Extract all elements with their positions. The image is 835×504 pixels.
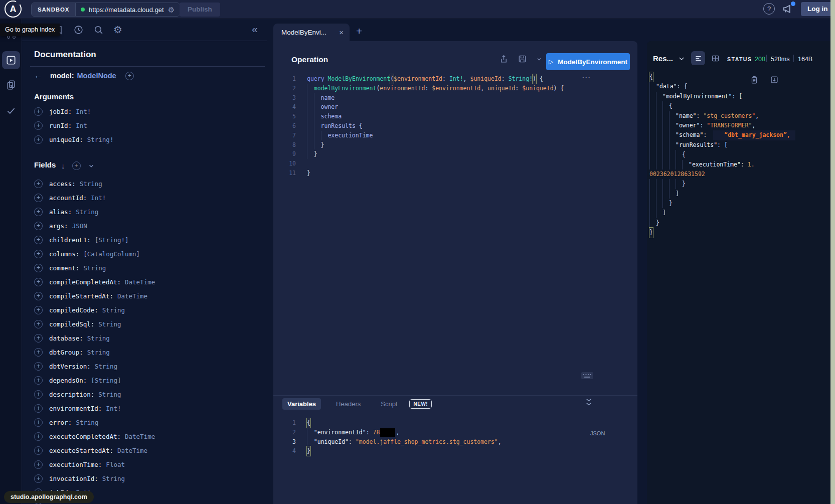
operation-tab[interactable]: ModelByEnvi... ×: [273, 24, 350, 41]
field-type-link[interactable]: Int!: [106, 405, 121, 412]
checklist-nav-item[interactable]: [6, 105, 17, 116]
back-arrow-icon[interactable]: ←: [34, 71, 45, 80]
field-type-link[interactable]: String: [80, 180, 102, 188]
explorer-nav-item[interactable]: [2, 51, 20, 69]
help-icon[interactable]: ?: [763, 3, 775, 15]
field-type-link[interactable]: String: [76, 208, 98, 216]
field-type-link[interactable]: Float: [106, 461, 125, 468]
add-to-operation-icon[interactable]: +: [34, 107, 43, 116]
add-to-operation-icon[interactable]: +: [34, 292, 43, 300]
publish-button[interactable]: Publish: [180, 3, 220, 17]
variables-editor[interactable]: 1{2"environmentId": 78,3"uniqueId": "mod…: [278, 418, 629, 456]
save-dropdown-chevron-icon[interactable]: [536, 56, 542, 62]
tab-headers[interactable]: Headers: [331, 398, 366, 410]
graph-endpoint-control[interactable]: SANDBOX https://metadata.cloud.get ⚙: [31, 3, 180, 17]
field-type-link[interactable]: Int: [76, 122, 87, 129]
add-to-operation-icon[interactable]: +: [34, 432, 43, 441]
add-to-operation-icon[interactable]: +: [34, 208, 43, 216]
field-type-link[interactable]: [CatalogColumn]: [83, 250, 140, 258]
field-type-link[interactable]: JSON: [72, 222, 87, 230]
announcements-megaphone-icon[interactable]: [781, 3, 794, 16]
download-response-icon[interactable]: [770, 75, 779, 84]
code-token: modelByEnvironment: [314, 84, 377, 93]
field-type-link[interactable]: String: [98, 320, 121, 328]
field-type-link[interactable]: DateTime: [117, 292, 147, 300]
add-to-operation-icon[interactable]: +: [34, 376, 43, 385]
add-to-operation-icon[interactable]: +: [34, 222, 43, 230]
field-type-link[interactable]: String: [87, 334, 110, 342]
code-line: "schema": “dbt_mary_jackson”,: [649, 130, 826, 140]
field-type-link[interactable]: [String!]: [95, 236, 129, 244]
field-type-link[interactable]: DateTime: [125, 433, 155, 440]
keyboard-shortcuts-icon[interactable]: [581, 371, 594, 380]
add-to-operation-icon[interactable]: +: [34, 180, 43, 188]
field-type-link[interactable]: String: [102, 306, 125, 314]
field-type-link[interactable]: String: [76, 419, 98, 426]
add-to-operation-icon[interactable]: +: [34, 446, 43, 455]
add-all-fields-icon[interactable]: +: [72, 161, 81, 170]
add-model-icon[interactable]: +: [125, 72, 134, 80]
code-line: {: [649, 72, 826, 82]
endpoint-url-segment[interactable]: https://metadata.cloud.get ⚙: [76, 3, 180, 16]
endpoint-settings-gear-icon[interactable]: ⚙: [168, 6, 175, 14]
add-to-operation-icon[interactable]: +: [34, 306, 43, 314]
indent-guide: [307, 102, 314, 112]
add-to-operation-icon[interactable]: +: [34, 194, 43, 202]
field-type-link[interactable]: [String]: [91, 377, 121, 384]
add-to-operation-icon[interactable]: +: [34, 390, 43, 399]
add-to-operation-icon[interactable]: +: [34, 278, 43, 286]
apollo-logo-icon[interactable]: A: [5, 1, 22, 18]
field-type-link[interactable]: Int!: [91, 194, 106, 202]
collapse-variables-icon[interactable]: [585, 398, 592, 406]
add-to-operation-icon[interactable]: +: [34, 460, 43, 469]
new-tab-icon[interactable]: +: [356, 25, 362, 37]
field-type-link[interactable]: String: [87, 349, 110, 356]
add-to-operation-icon[interactable]: +: [34, 348, 43, 357]
raw-view-button[interactable]: [691, 51, 705, 65]
response-dropdown-chevron-icon[interactable]: [678, 56, 685, 61]
add-to-operation-icon[interactable]: +: [34, 404, 43, 413]
table-view-button[interactable]: [708, 51, 722, 65]
copy-response-icon[interactable]: [750, 75, 759, 84]
response-json-viewer[interactable]: {"data": {"modelByEnvironment": [{"name"…: [649, 72, 826, 238]
doc-type-link[interactable]: ModelNode: [77, 72, 116, 80]
add-to-operation-icon[interactable]: +: [34, 121, 43, 130]
chevron-down-icon[interactable]: [88, 162, 95, 170]
code-line: "executionTime": 1.: [649, 160, 826, 170]
field-type-link[interactable]: String: [98, 391, 121, 398]
save-operation-icon[interactable]: [518, 54, 527, 64]
add-to-operation-icon[interactable]: +: [34, 135, 43, 144]
tab-script[interactable]: Script: [376, 398, 402, 410]
field-type-link[interactable]: String!: [87, 136, 114, 143]
add-to-operation-icon[interactable]: +: [34, 474, 43, 483]
add-to-operation-icon[interactable]: +: [34, 264, 43, 272]
run-operation-button[interactable]: ▷ ModelByEnvironment: [546, 53, 630, 70]
collapse-panel-icon[interactable]: «: [252, 23, 258, 35]
add-to-operation-icon[interactable]: +: [34, 320, 43, 328]
add-to-operation-icon[interactable]: +: [34, 362, 43, 371]
operation-collection-nav-item[interactable]: [6, 79, 17, 90]
query-editor[interactable]: 1query ModelByEnvironment($environmentId…: [278, 74, 629, 178]
history-icon[interactable]: [73, 25, 84, 35]
close-tab-icon[interactable]: ×: [339, 28, 344, 37]
field-type-link[interactable]: String: [83, 264, 106, 272]
settings-gear-icon[interactable]: ⚙: [113, 24, 122, 36]
code-token: ,: [463, 74, 470, 84]
login-button[interactable]: Log in: [801, 2, 834, 16]
add-to-operation-icon[interactable]: +: [34, 250, 43, 258]
sort-fields-icon[interactable]: ↓: [61, 161, 65, 170]
search-icon[interactable]: [93, 25, 104, 35]
tab-variables[interactable]: Variables: [282, 398, 321, 410]
field-type-link[interactable]: Int!: [76, 108, 91, 115]
share-operation-icon[interactable]: [499, 54, 509, 64]
add-to-operation-icon[interactable]: +: [34, 236, 43, 244]
field-type-link[interactable]: String: [102, 475, 125, 482]
response-title[interactable]: Res...: [653, 54, 673, 63]
endpoint-url[interactable]: https://metadata.cloud.get: [89, 6, 164, 14]
add-to-operation-icon[interactable]: +: [34, 334, 43, 343]
add-to-operation-icon[interactable]: +: [34, 418, 43, 427]
field-type-link[interactable]: DateTime: [117, 447, 147, 454]
operation-tab-title[interactable]: ModelByEnvi...: [281, 29, 335, 36]
field-type-link[interactable]: DateTime: [125, 278, 155, 286]
field-type-link[interactable]: String: [95, 363, 117, 370]
